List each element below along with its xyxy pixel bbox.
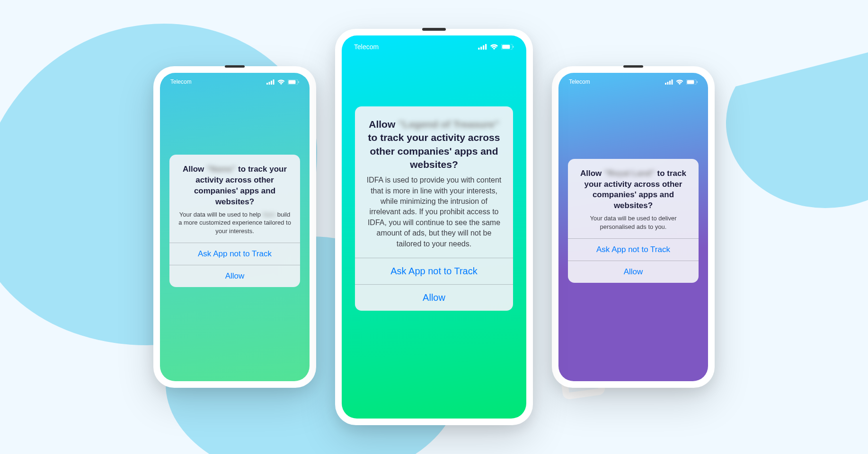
svg-rect-5	[289, 80, 296, 84]
dialog-body: Your data willl be used to help Nam buil…	[178, 210, 292, 236]
battery-icon	[288, 79, 299, 85]
svg-rect-10	[485, 44, 487, 50]
signal-icon	[665, 79, 673, 85]
svg-rect-3	[273, 79, 275, 85]
notch	[225, 65, 245, 68]
svg-rect-8	[480, 46, 482, 50]
signal-icon	[478, 44, 487, 50]
carrier-label: Telecom	[569, 79, 590, 85]
svg-rect-0	[266, 83, 268, 85]
svg-rect-12	[502, 45, 510, 49]
wifi-icon	[676, 79, 683, 85]
allow-button[interactable]: Allow	[568, 261, 699, 283]
status-icons	[266, 79, 299, 85]
status-icons	[478, 44, 514, 50]
phone-screen: Telecom Allow "R	[558, 73, 708, 381]
svg-rect-17	[672, 79, 673, 85]
svg-rect-9	[483, 45, 484, 50]
status-bar: Telecom	[558, 73, 708, 89]
title-prefix: Allow	[580, 169, 604, 178]
svg-rect-7	[478, 48, 479, 50]
tracking-dialog: Allow "Royal Land" to track your activit…	[568, 159, 699, 283]
app-name-blurred: "Royal Land"	[604, 168, 655, 179]
body-prefix: Your data willl be used to help	[179, 211, 263, 218]
app-name-blurred: "Legend of Treasure"	[398, 118, 499, 131]
svg-rect-14	[665, 83, 666, 85]
dialog-title: Allow "Name" to track your activity acro…	[178, 164, 292, 208]
notch	[422, 28, 446, 31]
app-name-blurred: "Name"	[206, 164, 236, 175]
status-bar: Telecom	[160, 73, 310, 89]
allow-button[interactable]: Allow	[355, 284, 513, 311]
wifi-icon	[277, 79, 285, 85]
title-prefix: Allow	[369, 119, 398, 130]
svg-rect-15	[667, 82, 669, 85]
battery-icon	[686, 79, 698, 85]
phone-mockup-1: Telecom Allow "N	[153, 66, 316, 388]
notch	[623, 65, 643, 68]
carrier-label: Telecom	[170, 79, 192, 85]
dialog-content: Allow "Legend of Treasure" to track your…	[355, 106, 513, 258]
carrier-label: Telecom	[354, 43, 379, 51]
signal-icon	[266, 79, 275, 85]
status-bar: Telecom	[342, 35, 526, 55]
tracking-dialog: Allow "Legend of Treasure" to track your…	[355, 106, 513, 311]
dialog-content: Allow "Name" to track your activity acro…	[169, 155, 300, 243]
dialog-wrapper: Allow "Royal Land" to track your activit…	[558, 89, 708, 381]
phones-container: Telecom Allow "N	[0, 0, 868, 454]
phone-screen: Telecom Allow "N	[160, 73, 310, 381]
phone-mockup-2: Telecom Allow "L	[335, 29, 533, 425]
dialog-wrapper: Allow "Name" to track your activity acro…	[160, 89, 310, 381]
svg-rect-20	[697, 81, 698, 83]
ask-not-to-track-button[interactable]: Ask App not to Track	[568, 238, 699, 261]
allow-button[interactable]: Allow	[169, 265, 300, 287]
svg-rect-2	[271, 80, 272, 85]
dialog-body: IDFA is used to provide you with content…	[365, 175, 503, 249]
wifi-icon	[490, 44, 498, 50]
app-name-blurred: Nam	[263, 210, 275, 219]
tracking-dialog: Allow "Name" to track your activity acro…	[169, 155, 300, 287]
svg-rect-16	[669, 80, 671, 85]
svg-rect-6	[298, 81, 299, 83]
battery-icon	[501, 44, 514, 50]
dialog-title: Allow "Legend of Treasure" to track your…	[365, 118, 503, 171]
ask-not-to-track-button[interactable]: Ask App not to Track	[355, 258, 513, 284]
svg-rect-1	[269, 82, 270, 85]
status-icons	[665, 79, 698, 85]
svg-rect-19	[687, 80, 694, 84]
ask-not-to-track-button[interactable]: Ask App not to Track	[169, 243, 300, 265]
dialog-wrapper: Allow "Legend of Treasure" to track your…	[342, 55, 526, 419]
title-prefix: Allow	[183, 165, 206, 174]
phone-mockup-3: Telecom Allow "R	[552, 66, 715, 388]
svg-rect-13	[513, 46, 514, 48]
dialog-content: Allow "Royal Land" to track your activit…	[568, 159, 699, 239]
dialog-body: Your data will be used to deliver person…	[576, 214, 690, 231]
dialog-title: Allow "Royal Land" to track your activit…	[576, 168, 690, 212]
phone-screen: Telecom Allow "L	[342, 35, 526, 419]
title-suffix: to track your activity across other comp…	[368, 132, 500, 170]
